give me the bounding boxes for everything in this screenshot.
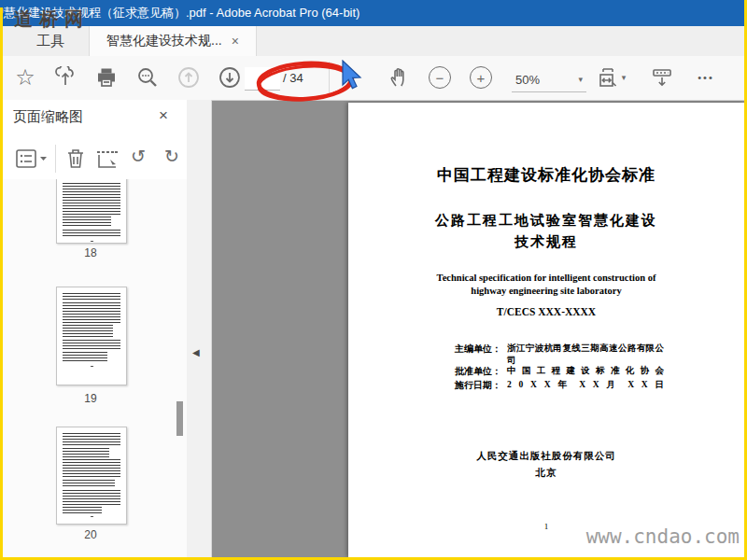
thumbnail-label-20: 20 [56,528,125,541]
watermark-bottom-right: www.cndao.com [439,525,740,548]
panel-splitter[interactable] [187,100,212,557]
doc-title-cn-1: 公路工程工地试验室智慧化建设 [348,212,744,230]
next-page-icon[interactable] [218,65,242,90]
search-icon[interactable] [135,65,160,90]
publisher-line: 人民交通出版社股份有限公司 [348,450,744,463]
doc-title-cn-2: 技术规程 [348,233,744,251]
zoom-level-value: 50% [515,73,540,87]
acrobat-window: 智慧化建设技术规程（征求意见稿）.pdf - Adobe Acrobat Pro… [0,0,747,560]
cursor-pointer [340,60,364,97]
title-bar: 智慧化建设技术规程（征求意见稿）.pdf - Adobe Acrobat Pro… [0,0,747,26]
collapse-panel-icon[interactable]: ◀ [192,347,200,357]
thumbnail-page-18[interactable] [56,179,127,244]
rotate-left-icon[interactable]: ↺ [131,147,146,165]
tab-close-icon[interactable]: × [232,34,239,49]
scroll-mode-icon[interactable] [650,65,674,90]
watermark-top-left: 道桥网 [14,7,90,32]
association-line: 中国工程建设标准化协会标准 [348,164,744,186]
panel-title: 页面缩略图 [13,108,83,126]
frame-left [0,7,3,560]
share-upload-icon[interactable] [53,65,78,90]
editor-line: 主编单位： 浙江宁波杭甬复线三期高速公路有限公司 [455,343,666,367]
thumbnail-page-20[interactable] [56,427,127,525]
thumbnail-page-19[interactable] [56,287,127,385]
tab-document-label: 智慧化建设技术规... [106,33,222,49]
zoom-in-icon[interactable]: + [469,65,493,90]
delete-pages-icon[interactable] [65,147,86,170]
zoom-out-icon[interactable]: − [428,65,452,90]
city-line: 北京 [348,467,744,480]
tab-document[interactable]: 智慧化建设技术规... × [89,26,257,56]
doc-title-en-2: highway engineering site laboratory [348,286,744,296]
zoom-level-dropdown[interactable]: 50% ▾ [512,67,586,92]
rotate-right-icon[interactable]: ↻ [164,147,179,165]
print-icon[interactable] [94,65,119,90]
more-tools-icon[interactable]: ••• [691,65,721,90]
panel-scrollbar[interactable] [176,401,183,436]
doc-title-en-1: Technical specification for intelligent … [348,273,744,283]
thumbnail-options-icon[interactable] [15,147,47,170]
thumbnail-label-18: 18 [56,246,125,259]
star-icon[interactable]: ☆ [13,65,37,90]
standard-number: T/CECS XXX-XXXX [348,306,744,317]
thumbnail-label-19: 19 [56,392,125,405]
fit-width-caret-icon[interactable]: ▾ [618,65,629,90]
crop-pages-icon[interactable] [95,147,120,170]
pdf-page[interactable]: 中国工程建设标准化协会标准 公路工程工地试验室智慧化建设 技术规程 Techni… [348,103,744,557]
previous-page-icon[interactable] [176,65,201,90]
chevron-down-icon: ▾ [578,75,583,84]
panel-toolbar-separator [55,145,56,173]
panel-close-icon[interactable]: × [159,106,168,125]
fit-width-icon[interactable] [596,65,620,90]
approver-line: 批准单位： 中 国 工 程 建 设 标 准 化 协 会 [455,365,666,378]
date-line: 施行日期： 2 0 X X 年 X X 月 X X 日 [455,379,666,392]
hand-tool-icon[interactable] [388,65,412,90]
document-viewport[interactable]: 中国工程建设标准化协会标准 公路工程工地试验室智慧化建设 技术规程 Techni… [211,100,744,557]
thumbnail-list: 18 19 20 [3,179,187,557]
